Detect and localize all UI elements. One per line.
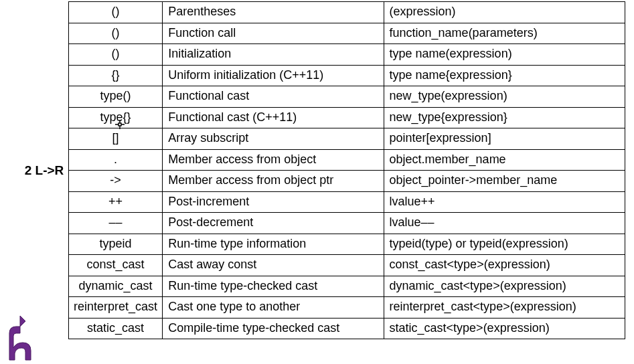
pattern-cell: reinterpret_cast<type>(expression) xyxy=(384,297,625,318)
pattern-cell: lvalue–– xyxy=(384,213,625,234)
operator-cell: reinterpret_cast xyxy=(69,297,163,318)
pattern-cell: object_pointer->member_name xyxy=(384,171,625,192)
pattern-cell: function_name(parameters) xyxy=(384,23,625,44)
description-cell: Array subscript xyxy=(163,128,384,150)
pattern-cell: typeid(type) or typeid(expression) xyxy=(384,234,625,255)
page-container: 2 L->R ()Parentheses(expression)()Functi… xyxy=(0,0,634,339)
pattern-cell: dynamic_cast<type>(expression) xyxy=(384,276,625,297)
operator-table-body: ()Parentheses(expression)()Function call… xyxy=(69,2,625,339)
operator-cell: typeid xyxy=(69,234,163,255)
pattern-cell: type name{expression} xyxy=(384,65,625,86)
table-row: typeidRun-time type informationtypeid(ty… xyxy=(69,234,625,255)
operator-cell: dynamic_cast xyxy=(69,276,163,297)
precedence-group-label: 2 L->R xyxy=(20,1,68,339)
operator-cell: () xyxy=(69,2,163,23)
table-row: const_castCast away constconst_cast<type… xyxy=(69,255,625,276)
pattern-cell: new_type(expression) xyxy=(384,86,625,108)
description-cell: Function call xyxy=(163,23,384,44)
description-cell: Cast away const xyxy=(163,255,384,276)
operator-cell: {} xyxy=(69,65,163,86)
table-row: static_castCompile-time type-checked cas… xyxy=(69,318,625,339)
description-cell: Functional cast (C++11) xyxy=(163,107,384,128)
operator-cell: -> xyxy=(69,171,163,192)
pattern-cell: new_type{expression} xyxy=(384,107,625,128)
operator-cell: –– xyxy=(69,213,163,234)
table-row: ++Post-incrementlvalue++ xyxy=(69,191,625,213)
table-row: reinterpret_castCast one type to another… xyxy=(69,297,625,318)
pattern-cell: type name(expression) xyxy=(384,44,625,66)
description-cell: Compile-time type-checked cast xyxy=(163,318,384,339)
table-row: {}Uniform initialization (C++11)type nam… xyxy=(69,65,625,86)
table-row: ()Function callfunction_name(parameters) xyxy=(69,23,625,44)
table-row: dynamic_castRun-time type-checked castdy… xyxy=(69,276,625,297)
description-cell: Functional cast xyxy=(163,86,384,108)
operator-cell: type() xyxy=(69,86,163,108)
table-row: ()Initializationtype name(expression) xyxy=(69,44,625,66)
operator-cell: const_cast xyxy=(69,255,163,276)
operator-cell: [] xyxy=(69,128,163,150)
table-row: []Array subscriptpointer[expression] xyxy=(69,128,625,150)
pattern-cell: static_cast<type>(expression) xyxy=(384,318,625,339)
operator-cell: type{} xyxy=(69,107,163,128)
operator-cell: () xyxy=(69,23,163,44)
operator-cell: . xyxy=(69,149,163,171)
table-row: ––Post-decrementlvalue–– xyxy=(69,213,625,234)
description-cell: Run-time type information xyxy=(163,234,384,255)
logo-icon xyxy=(3,314,40,361)
pattern-cell: pointer[expression] xyxy=(384,128,625,150)
description-cell: Member access from object ptr xyxy=(163,171,384,192)
table-row: ()Parentheses(expression) xyxy=(69,2,625,23)
pattern-cell: object.member_name xyxy=(384,149,625,171)
table-row: .Member access from objectobject.member_… xyxy=(69,149,625,171)
pattern-cell: (expression) xyxy=(384,2,625,23)
description-cell: Member access from object xyxy=(163,149,384,171)
description-cell: Parentheses xyxy=(163,2,384,23)
operator-cell: ++ xyxy=(69,191,163,213)
table-row: type()Functional castnew_type(expression… xyxy=(69,86,625,108)
operator-table: ()Parentheses(expression)()Function call… xyxy=(68,1,625,339)
table-row: type{}Functional cast (C++11)new_type{ex… xyxy=(69,107,625,128)
description-cell: Post-increment xyxy=(163,191,384,213)
operator-cell: () xyxy=(69,44,163,66)
description-cell: Run-time type-checked cast xyxy=(163,276,384,297)
description-cell: Post-decrement xyxy=(163,213,384,234)
description-cell: Uniform initialization (C++11) xyxy=(163,65,384,86)
description-cell: Cast one type to another xyxy=(163,297,384,318)
pattern-cell: const_cast<type>(expression) xyxy=(384,255,625,276)
operator-cell: static_cast xyxy=(69,318,163,339)
pattern-cell: lvalue++ xyxy=(384,191,625,213)
table-row: ->Member access from object ptrobject_po… xyxy=(69,171,625,192)
description-cell: Initialization xyxy=(163,44,384,66)
